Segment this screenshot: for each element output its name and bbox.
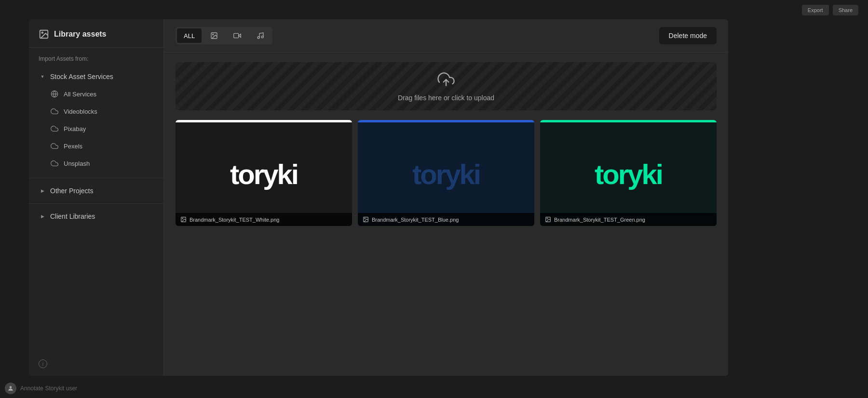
unsplash-label: Unsplash — [64, 160, 90, 167]
asset-card-white[interactable]: toryki Brandmark_Storykit_TEST_White.png — [176, 120, 352, 226]
pixabay-label: Pixabay — [64, 125, 86, 133]
svg-rect-8 — [234, 33, 239, 38]
asset-preview-white: toryki — [176, 120, 352, 226]
other-projects-label: Other Projects — [50, 187, 93, 195]
asset-filename-bar-blue: Brandmark_Storykit_TEST_Blue.png — [358, 213, 534, 226]
stock-services-items: All Services Videoblocks — [29, 85, 163, 174]
cloud-icon-pexels — [50, 142, 59, 150]
filter-tabs: ALL — [176, 27, 272, 44]
asset-text-white: toryki — [230, 158, 298, 190]
asset-filename-text-green: Brandmark_Storykit_TEST_Green.png — [554, 217, 645, 223]
filter-tab-audio[interactable] — [250, 28, 271, 43]
svg-point-13 — [182, 218, 183, 219]
videoblocks-label: Videoblocks — [64, 108, 97, 115]
stock-services-header[interactable]: Stock Asset Services — [29, 68, 163, 85]
asset-preview-green: toryki — [540, 120, 717, 226]
image-file-icon-blue — [363, 216, 369, 223]
svg-point-6 — [213, 34, 214, 35]
stock-services-label: Stock Asset Services — [50, 73, 113, 80]
asset-filename-text-white: Brandmark_Storykit_TEST_White.png — [190, 217, 279, 223]
asset-text-green: toryki — [595, 158, 662, 190]
audio-filter-icon — [257, 32, 264, 40]
svg-point-0 — [10, 386, 12, 388]
sidebar-header: Library assets — [29, 19, 163, 48]
svg-marker-7 — [239, 34, 241, 38]
bg-share-button: Share — [833, 5, 858, 15]
other-projects-chevron — [39, 187, 46, 195]
image-file-icon-white — [180, 216, 187, 223]
svg-point-2 — [41, 32, 43, 33]
main-content: ALL — [164, 19, 728, 376]
svg-point-9 — [258, 37, 259, 39]
sidebar-title: Library assets — [54, 30, 107, 39]
filter-tab-video[interactable] — [227, 28, 248, 43]
upload-drop-zone[interactable]: Drag files here or click to upload — [176, 62, 717, 110]
asset-grid: toryki Brandmark_Storykit_TEST_White.png… — [164, 110, 728, 236]
image-filter-icon — [210, 32, 218, 40]
svg-point-15 — [365, 218, 366, 219]
delete-mode-button[interactable]: Delete mode — [659, 27, 717, 44]
client-libraries-label: Client Libraries — [50, 212, 95, 220]
user-label: Annotate Storykit user — [20, 385, 77, 392]
upload-zone-content: Drag files here or click to upload — [398, 71, 494, 102]
sidebar-item-all-services[interactable]: All Services — [29, 85, 163, 103]
svg-point-17 — [547, 218, 548, 219]
import-assets-label: Import Assets from: — [29, 48, 163, 66]
sidebar-item-pixabay[interactable]: Pixabay — [29, 120, 163, 137]
user-avatar — [5, 383, 16, 394]
globe-icon — [50, 90, 59, 98]
library-assets-modal: Library assets Import Assets from: Stock… — [29, 19, 728, 376]
other-projects-header[interactable]: Other Projects — [29, 182, 163, 199]
info-icon: i — [39, 359, 47, 368]
cloud-icon-videoblocks — [50, 107, 59, 116]
sidebar-item-videoblocks[interactable]: Videoblocks — [29, 103, 163, 120]
video-filter-icon — [233, 32, 241, 40]
asset-filename-text-blue: Brandmark_Storykit_TEST_Blue.png — [372, 217, 459, 223]
asset-card-blue[interactable]: toryki Brandmark_Storykit_TEST_Blue.png — [358, 120, 534, 226]
other-projects-section: Other Projects — [29, 180, 163, 201]
sidebar-bottom-info: i — [29, 352, 163, 376]
divider-1 — [29, 178, 163, 178]
stock-services-section: Stock Asset Services All Services — [29, 66, 163, 176]
asset-preview-blue: toryki — [358, 120, 534, 226]
asset-card-green[interactable]: toryki Brandmark_Storykit_TEST_Green.png — [540, 120, 717, 226]
client-libraries-chevron — [39, 212, 46, 220]
upload-cloud-icon — [437, 71, 455, 90]
asset-filename-bar-white: Brandmark_Storykit_TEST_White.png — [176, 213, 352, 226]
background-user-bar: Annotate Storykit user — [5, 383, 77, 394]
filter-tab-all[interactable]: ALL — [177, 28, 202, 43]
filter-tab-image[interactable] — [203, 28, 225, 43]
bg-export-button: Export — [802, 5, 829, 15]
asset-text-blue: toryki — [412, 158, 480, 190]
svg-point-10 — [261, 36, 263, 38]
sidebar-item-unsplash[interactable]: Unsplash — [29, 155, 163, 172]
background-top-right: Export Share — [802, 5, 858, 15]
client-libraries-section: Client Libraries — [29, 206, 163, 227]
cloud-icon-unsplash — [50, 159, 59, 168]
client-libraries-header[interactable]: Client Libraries — [29, 208, 163, 225]
divider-2 — [29, 203, 163, 204]
asset-filename-bar-green: Brandmark_Storykit_TEST_Green.png — [540, 213, 717, 226]
pexels-label: Pexels — [64, 143, 82, 150]
upload-text: Drag files here or click to upload — [398, 94, 494, 102]
stock-services-chevron — [39, 73, 46, 80]
library-assets-icon — [39, 29, 49, 40]
cloud-icon-pixabay — [50, 124, 59, 133]
toolbar: ALL — [164, 19, 728, 53]
all-services-label: All Services — [64, 91, 96, 98]
image-file-icon-green — [545, 216, 551, 223]
sidebar-item-pexels[interactable]: Pexels — [29, 137, 163, 155]
sidebar: Library assets Import Assets from: Stock… — [29, 19, 164, 376]
